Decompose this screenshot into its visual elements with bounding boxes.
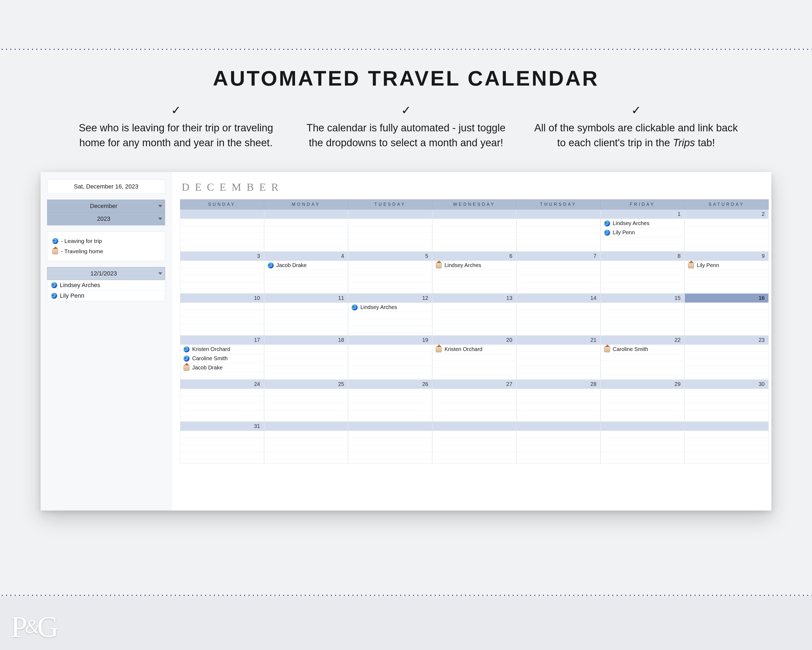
day-number: .: [348, 210, 432, 219]
calendar-event[interactable]: Lily Penn: [601, 228, 685, 237]
empty-event-slot: [685, 431, 768, 438]
empty-event-slot: [264, 359, 348, 366]
empty-event-slot: [432, 303, 516, 310]
year-dropdown[interactable]: 2023: [47, 213, 165, 225]
globe-icon: [51, 282, 57, 288]
day-number: 2: [685, 210, 768, 219]
empty-event-slot: [517, 219, 600, 226]
calendar-event[interactable]: Lily Penn: [685, 261, 768, 270]
event-client-name: Lindsey Arches: [613, 220, 650, 226]
weekday-header: FRIDAY: [601, 199, 685, 210]
day-number: 26: [348, 380, 432, 389]
day-cell: 27: [432, 380, 516, 422]
day-cell: 12Lindsey Arches: [348, 294, 432, 336]
empty-event-slot: [180, 324, 264, 331]
empty-event-slot: [517, 282, 600, 289]
check-icon: ✓: [533, 104, 739, 116]
empty-event-slot: [517, 389, 600, 396]
empty-event-slot: [685, 324, 768, 331]
empty-event-slot: [685, 270, 768, 277]
empty-event-slot: [601, 275, 685, 282]
day-cell: 20Kristen Orchard: [432, 336, 516, 380]
globe-icon: [604, 230, 610, 236]
list-item[interactable]: Lily Penn: [47, 290, 165, 301]
day-cell: .: [432, 210, 516, 252]
legend-home-label: - Traveling home: [61, 246, 103, 257]
calendar-event[interactable]: Jacob Drake: [180, 363, 264, 372]
day-number: 20: [432, 336, 516, 345]
calendar-event[interactable]: Lindsey Arches: [348, 303, 432, 312]
empty-event-slot: [432, 431, 516, 438]
day-cell: .: [516, 422, 601, 463]
day-number: 29: [601, 380, 685, 389]
event-client-name: Lily Penn: [613, 229, 635, 236]
selected-date-dropdown[interactable]: 12/1/2023: [47, 267, 165, 280]
empty-event-slot: [517, 317, 600, 324]
empty-event-slot: [432, 310, 516, 317]
day-number: 4: [264, 252, 348, 261]
day-cell: .: [601, 422, 685, 463]
event-client-name: Lindsey Arches: [60, 282, 100, 289]
empty-event-slot: [264, 345, 348, 352]
calendar-event[interactable]: Jacob Drake: [264, 261, 348, 270]
empty-event-slot: [432, 284, 516, 291]
empty-event-slot: [432, 361, 516, 368]
empty-event-slot: [348, 410, 432, 417]
day-number: 15: [601, 294, 685, 303]
day-number: 28: [517, 380, 600, 389]
empty-event-slot: [517, 403, 600, 410]
empty-event-slot: [432, 368, 516, 375]
day-number: 21: [517, 336, 600, 345]
weekday-header: SATURDAY: [685, 199, 769, 210]
day-cell: 5: [348, 252, 432, 294]
day-number: 10: [180, 294, 264, 303]
empty-event-slot: [180, 431, 264, 438]
empty-event-slot: [432, 324, 516, 331]
day-cell: 19: [348, 336, 432, 380]
empty-event-slot: [348, 345, 432, 352]
empty-event-slot: [517, 303, 600, 310]
feature-1: ✓ See who is leaving for their trip or t…: [65, 104, 287, 150]
empty-event-slot: [517, 275, 600, 282]
logo-p: P: [11, 610, 26, 643]
home-icon: [436, 346, 442, 352]
empty-event-slot: [601, 452, 685, 459]
day-cell: 3: [180, 252, 264, 294]
day-cell: .: [264, 210, 348, 252]
empty-event-slot: [685, 366, 768, 373]
empty-event-slot: [348, 326, 432, 333]
calendar-event[interactable]: Lindsey Arches: [601, 219, 685, 228]
calendar-event[interactable]: Kristen Orchard: [432, 345, 516, 354]
month-dropdown[interactable]: December: [47, 200, 165, 213]
day-number: 9: [685, 252, 768, 261]
calendar-event[interactable]: Caroline Smith: [180, 354, 264, 363]
empty-event-slot: [601, 445, 685, 452]
calendar-event[interactable]: Kristen Orchard: [180, 345, 264, 354]
weekday-header: MONDAY: [264, 199, 348, 210]
empty-event-slot: [348, 219, 432, 226]
day-cell: 15: [601, 294, 685, 336]
legend-box: - Leaving for trip - Traveling home: [47, 231, 165, 261]
globe-icon: [51, 293, 57, 299]
empty-event-slot: [348, 396, 432, 403]
empty-event-slot: [601, 403, 685, 410]
calendar-event[interactable]: Lindsey Arches: [432, 261, 516, 270]
empty-event-slot: [180, 372, 264, 379]
home-icon: [52, 248, 58, 254]
weekday-header: THURSDAY: [516, 199, 601, 210]
day-number: 27: [432, 380, 516, 389]
empty-event-slot: [180, 282, 264, 289]
empty-event-slot: [685, 438, 768, 445]
day-number: 22: [601, 336, 685, 345]
day-number: 19: [348, 336, 432, 345]
empty-event-slot: [685, 303, 768, 310]
calendar-event[interactable]: Caroline Smith: [601, 345, 685, 354]
empty-event-slot: [180, 240, 264, 247]
empty-event-slot: [432, 354, 516, 361]
empty-event-slot: [180, 396, 264, 403]
empty-event-slot: [348, 226, 432, 233]
day-number: 16: [685, 294, 768, 303]
calendar-month-title: DECEMBER: [182, 180, 769, 193]
list-item[interactable]: Lindsey Arches: [47, 280, 165, 290]
home-icon: [436, 262, 442, 268]
